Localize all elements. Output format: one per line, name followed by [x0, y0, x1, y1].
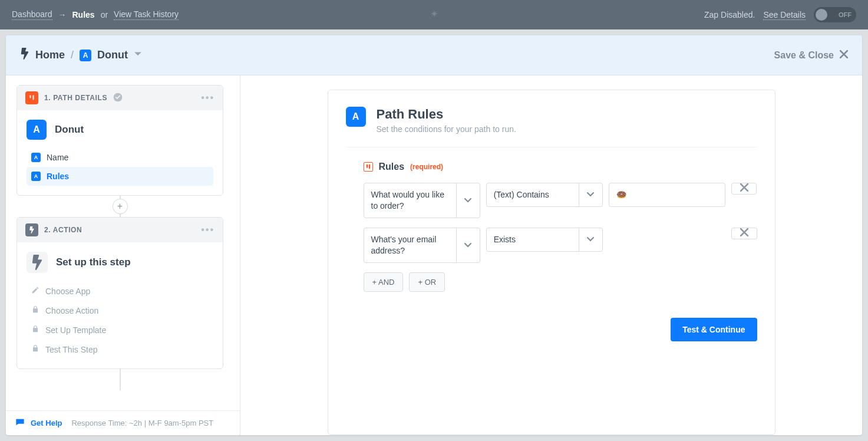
chevron-down-icon[interactable]	[134, 49, 142, 61]
see-details-link[interactable]: See Details	[763, 10, 806, 20]
rule-remove-button[interactable]	[731, 228, 757, 239]
bolt-icon	[20, 48, 29, 62]
mini-badge: A	[31, 172, 41, 181]
topbar-left: Dashboard → Rules or View Task History	[12, 9, 179, 20]
pencil-icon	[31, 286, 39, 296]
action-step-icon	[25, 223, 38, 236]
rule-row: What's your email address? Exists	[364, 228, 757, 263]
sheet: Home / A Donut Save & Close	[6, 35, 862, 435]
test-continue-button[interactable]: Test & Continue	[671, 318, 757, 341]
rule-value: 🍩	[609, 183, 725, 206]
toggle-knob	[816, 9, 827, 21]
substep-label: Test This Step	[45, 345, 97, 354]
topbar-right: Zap Disabled. See Details OFF	[704, 7, 856, 22]
zap-enable-toggle[interactable]: OFF	[814, 7, 856, 22]
substep-label: Rules	[47, 172, 69, 181]
help-bar: Get Help Response Time: ~2h | M-F 9am-5p…	[6, 410, 240, 435]
breadcrumb-rules: Rules	[72, 10, 95, 19]
paths-small-icon	[364, 162, 373, 172]
rule-value-input[interactable]: 🍩	[609, 183, 725, 207]
required-label: (required)	[410, 163, 443, 171]
chevron-down-icon[interactable]	[579, 183, 602, 206]
response-time-label: Response Time: ~2h | M-F 9am-5pm PST	[71, 419, 213, 427]
step-card-path-details: 1. PATH DETAILS ••• A Donut	[16, 85, 223, 196]
rule-operator-value: Exists	[487, 228, 579, 251]
substep-test-step[interactable]: Test This Step	[27, 340, 213, 359]
content-area: A Path Rules Set the conditions for your…	[240, 75, 862, 435]
step-label: 1. PATH DETAILS	[44, 94, 107, 102]
rules-label: Rules	[379, 162, 405, 172]
rule-remove-button[interactable]	[731, 183, 757, 195]
breadcrumb-slash: /	[71, 49, 74, 61]
step-title-row: A Donut	[27, 120, 213, 140]
substep-label: Choose Action	[45, 306, 98, 315]
add-step-button[interactable]: +	[113, 199, 128, 214]
task-history-link[interactable]: View Task History	[114, 9, 179, 20]
panel-header: A Path Rules Set the conditions for your…	[346, 107, 757, 147]
panel-subtitle: Set the conditions for your path to run.	[377, 124, 516, 134]
mini-badge: A	[31, 153, 41, 162]
sheet-header: Home / A Donut Save & Close	[6, 35, 862, 75]
substep-label: Choose App	[45, 287, 90, 296]
body: 1. PATH DETAILS ••• A Donut	[6, 75, 862, 435]
step-header-path-details[interactable]: 1. PATH DETAILS •••	[17, 85, 223, 110]
substep-label: Name	[47, 153, 68, 162]
close-icon	[740, 228, 748, 239]
chevron-down-icon[interactable]	[579, 228, 602, 251]
zap-disabled-label: Zap Disabled.	[704, 10, 755, 19]
step-menu-button[interactable]: •••	[201, 93, 214, 103]
rule-field-select[interactable]: What would you like to order?	[364, 183, 480, 218]
step-label: 2. ACTION	[44, 226, 82, 234]
path-rules-panel: A Path Rules Set the conditions for your…	[328, 90, 775, 435]
step-header-action[interactable]: 2. ACTION •••	[17, 218, 223, 242]
substep-name[interactable]: A Name	[27, 148, 213, 167]
steps-panel: 1. PATH DETAILS ••• A Donut	[6, 75, 240, 435]
step-title: Set up this step	[56, 256, 131, 268]
topbar: Dashboard → Rules or View Task History Z…	[0, 0, 868, 29]
dashboard-link[interactable]: Dashboard	[12, 9, 52, 20]
rules-section: Rules (required) What would you like to …	[346, 147, 757, 341]
rule-operator-select[interactable]: (Text) Contains	[486, 183, 603, 207]
connector-trailing	[16, 369, 223, 390]
step-menu-button[interactable]: •••	[201, 225, 214, 235]
path-letter-badge: A	[80, 50, 91, 61]
rule-operator-select[interactable]: Exists	[486, 228, 603, 252]
breadcrumb-pathname[interactable]: Donut	[97, 49, 128, 61]
rule-row: What would you like to order? (Text) Con…	[364, 183, 757, 218]
step-card-action: 2. ACTION ••• Set up this step	[16, 217, 223, 369]
add-or-button[interactable]: + OR	[409, 272, 445, 292]
substep-choose-action[interactable]: Choose Action	[27, 301, 213, 320]
substeps-list: A Name A Rules	[27, 148, 213, 190]
rule-field-select[interactable]: What's your email address?	[364, 228, 480, 263]
rules-label-row: Rules (required)	[364, 162, 757, 172]
close-icon	[840, 50, 848, 61]
get-help-link[interactable]: Get Help	[31, 419, 62, 427]
add-and-button[interactable]: + AND	[364, 272, 404, 292]
substep-choose-app[interactable]: Choose App	[27, 281, 213, 301]
substep-rules[interactable]: A Rules	[27, 167, 213, 186]
save-and-close-button[interactable]: Save & Close	[774, 50, 848, 61]
breadcrumb-arrow: →	[58, 10, 67, 19]
rule-field-value: What's your email address?	[364, 228, 456, 262]
lock-icon	[31, 325, 39, 335]
breadcrumb-or: or	[101, 10, 108, 19]
paths-app-icon	[25, 91, 38, 104]
breadcrumb: Home / A Donut	[20, 48, 142, 62]
substep-setup-template[interactable]: Set Up Template	[27, 320, 213, 340]
path-letter-large: A	[27, 120, 47, 140]
bolt-icon	[27, 252, 48, 273]
check-icon	[113, 93, 123, 104]
steps-scroll[interactable]: 1. PATH DETAILS ••• A Donut	[6, 75, 240, 410]
connector: +	[16, 196, 223, 217]
chevron-down-icon[interactable]	[456, 183, 480, 218]
close-icon	[740, 183, 748, 194]
panel-title: Path Rules	[377, 107, 516, 122]
chevron-down-icon[interactable]	[456, 228, 480, 262]
substep-label: Set Up Template	[45, 325, 106, 335]
chat-icon	[15, 418, 25, 428]
lock-icon	[31, 305, 39, 315]
breadcrumb-home[interactable]: Home	[35, 49, 65, 61]
lock-icon	[31, 344, 39, 354]
save-close-label: Save & Close	[774, 50, 834, 61]
rule-field-value: What would you like to order?	[364, 183, 456, 218]
